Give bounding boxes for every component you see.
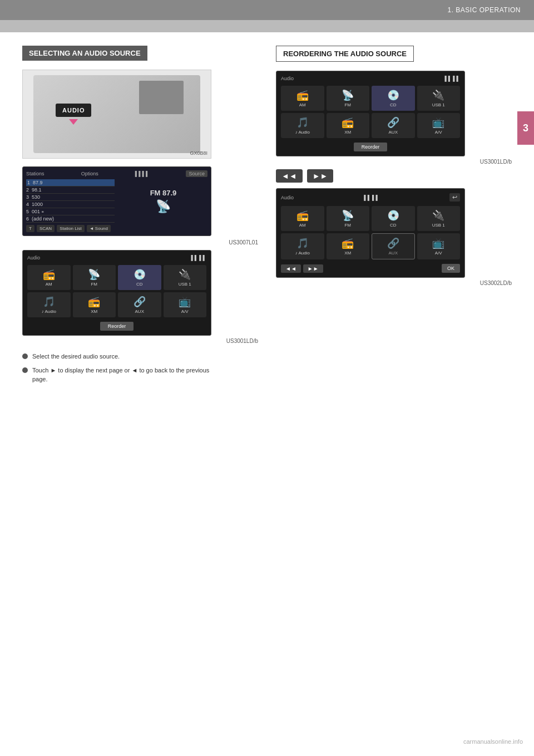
- dashboard-label: GX0B8I: [190, 150, 207, 156]
- reorder-audio-label: ♪ Audio: [295, 251, 310, 256]
- reorder-btn-right[interactable]: Reorder: [354, 143, 387, 151]
- bullet-dot-1: [22, 354, 28, 359]
- source-cell-audio[interactable]: 🎵 ♪ Audio: [27, 292, 71, 317]
- reorder-grid-cells: 📻 AM 📡 FM 💿 CD 🔌 USB 1 🎵 ♪ Audio: [281, 206, 460, 259]
- reorder-screen-header: Audio ▌▌ ▌▌ ↩: [281, 193, 460, 202]
- reorder-cell-aux[interactable]: 🔗 AUX: [372, 233, 415, 259]
- cd-label-r: CD: [390, 102, 397, 107]
- reorder-aux-icon: 🔗: [387, 237, 399, 249]
- source-grid-cells-left: 📻 AM 📡 FM 💿 CD 🔌 USB 1 🎵 ♪ Audio: [27, 265, 206, 317]
- fm-list-item[interactable]: 4 1000: [26, 201, 115, 208]
- reorder-btn-left[interactable]: Reorder: [100, 322, 134, 331]
- fm-station-list-btn[interactable]: Station List: [57, 225, 85, 232]
- audio-label-r: ♪ Audio: [295, 130, 310, 135]
- main-content: SELECTING AN AUDIO SOURCE AUDIO GX0B8I: [0, 32, 534, 411]
- aux-label: AUX: [135, 309, 144, 314]
- fm-screen: Stations Options ▌▌▌▌ Source 1 87.9 2 98…: [22, 166, 211, 236]
- usb1-label-r: USB 1: [432, 102, 445, 107]
- fm-screen-body: 1 87.9 2 98.1 3 530 4 1000 5 001 ≡ 6 (ad…: [26, 179, 207, 223]
- fm-list-item[interactable]: 5 001 ≡: [26, 208, 115, 215]
- source-cell-aux[interactable]: 🔗 AUX: [118, 292, 161, 317]
- reorder-cell-fm[interactable]: 📡 FM: [327, 206, 370, 231]
- reorder-cell-cd[interactable]: 💿 CD: [372, 206, 415, 231]
- reorder-cell-av[interactable]: 📺 A/V: [417, 233, 461, 259]
- reorder-signal-icons: ▌▌ ▌▌: [364, 195, 379, 200]
- source-grid-header-right: Audio ▌▌ ▌▌: [281, 76, 460, 81]
- source-cell-am-r[interactable]: 📻 AM: [281, 86, 324, 111]
- source-cell-cd-r[interactable]: 💿 CD: [372, 86, 415, 111]
- nav-arrows-row: ◄◄ ►►: [276, 169, 512, 183]
- fm-freq-big: FM 87.9: [150, 189, 177, 197]
- fm-sound-btn[interactable]: ◄ Sound: [87, 225, 111, 232]
- signal-icons-right: ▌▌ ▌▌: [444, 76, 460, 81]
- source-cell-av-r[interactable]: 📺 A/V: [417, 113, 461, 138]
- sub-header-bar: [0, 20, 534, 32]
- av-label: A/V: [181, 309, 189, 314]
- source-cell-aux-r[interactable]: 🔗 AUX: [372, 113, 415, 138]
- source-cell-cd[interactable]: 💿 CD: [118, 265, 161, 290]
- fm-list-item[interactable]: 3 530: [26, 194, 115, 201]
- reorder-cell-audio[interactable]: 🎵 ♪ Audio: [281, 233, 324, 259]
- reorder-cell-usb1[interactable]: 🔌 USB 1: [417, 206, 461, 231]
- reorder-av-icon: 📺: [432, 237, 444, 249]
- reorder-prev-btn[interactable]: ◄◄: [281, 264, 301, 273]
- xm-icon: 📻: [88, 296, 100, 308]
- reorder-fm-label: FM: [344, 223, 351, 228]
- source-cell-xm-r[interactable]: 📻 XM: [327, 113, 370, 138]
- source-cell-xm[interactable]: 📻 XM: [73, 292, 116, 317]
- reorder-fm-icon: 📡: [342, 209, 354, 222]
- ok-btn[interactable]: OK: [442, 264, 460, 273]
- source-cell-fm-r[interactable]: 📡 FM: [327, 86, 370, 111]
- audio-icon-l: 🎵: [43, 296, 55, 308]
- source-grid-left-label: US3001LD/b: [22, 338, 258, 344]
- reorder-wifi-icon: ▌▌: [364, 195, 371, 200]
- reorder-next-btn[interactable]: ►►: [303, 264, 323, 273]
- fm-t-btn[interactable]: T: [26, 225, 34, 232]
- fm-list-item[interactable]: 2 98.1: [26, 186, 115, 194]
- source-cell-fm[interactable]: 📡 FM: [73, 265, 116, 290]
- fm-options-label[interactable]: Options: [81, 171, 98, 176]
- next-page-btn[interactable]: ►►: [307, 169, 334, 183]
- usb1-icon-r: 🔌: [432, 89, 444, 101]
- audio-arrow-icon: [69, 119, 78, 125]
- fm-scan-btn[interactable]: SCAN: [37, 225, 55, 232]
- back-btn[interactable]: ↩: [449, 193, 460, 202]
- fm-source-btn[interactable]: Source: [186, 170, 207, 177]
- source-grid-title-right: Audio: [281, 76, 294, 81]
- source-cell-am[interactable]: 📻 AM: [27, 265, 71, 290]
- bullet-item-2: Touch ► to display the next page or ◄ to…: [22, 366, 211, 384]
- av-icon-r: 📺: [432, 116, 444, 129]
- am-label: AM: [46, 282, 52, 287]
- aux-icon-r: 🔗: [387, 116, 399, 129]
- prev-page-btn[interactable]: ◄◄: [276, 169, 303, 183]
- am-label-r: AM: [299, 102, 306, 107]
- fm-label-r: FM: [344, 102, 351, 107]
- reorder-screen-label: US3002LD/b: [276, 280, 512, 286]
- reorder-cell-am[interactable]: 📻 AM: [281, 206, 324, 231]
- source-grid-left: Audio ▌▌ ▌▌ 📻 AM 📡 FM 💿 CD: [22, 250, 211, 336]
- audio-button[interactable]: AUDIO: [56, 104, 91, 117]
- source-cell-usb1[interactable]: 🔌 USB 1: [164, 265, 207, 290]
- xm-icon-r: 📻: [342, 116, 354, 129]
- aux-label-r: AUX: [389, 130, 398, 135]
- reorder-signal-icon: ▌▌: [372, 195, 379, 200]
- xm-label: XM: [91, 309, 97, 314]
- bullet-text-2: Touch ► to display the next page or ◄ to…: [32, 366, 211, 384]
- source-cell-audio-r[interactable]: 🎵 ♪ Audio: [281, 113, 324, 138]
- reorder-cd-label: CD: [390, 223, 397, 228]
- signal-icons-left: ▌▌ ▌▌: [191, 255, 206, 261]
- fm-icon: 📡: [88, 268, 100, 281]
- signal-icon: ▌▌: [199, 255, 206, 261]
- reorder-xm-label: XM: [344, 251, 351, 256]
- audio-icon-r: 🎵: [296, 116, 309, 129]
- source-cell-av[interactable]: 📺 A/V: [164, 292, 207, 317]
- source-grid-header-left: Audio ▌▌ ▌▌: [27, 255, 206, 261]
- reorder-cell-xm[interactable]: 📻 XM: [327, 233, 370, 259]
- fm-list-item[interactable]: 1 87.9: [26, 179, 115, 186]
- fm-list-item-add[interactable]: 6 (add new): [26, 215, 115, 223]
- chapter-tab: 3: [517, 111, 534, 145]
- bullet-dot-2: [22, 367, 28, 373]
- usb1-icon: 🔌: [179, 268, 191, 281]
- source-cell-usb1-r[interactable]: 🔌 USB 1: [417, 86, 461, 111]
- reorder-screen-title: Audio: [281, 195, 294, 200]
